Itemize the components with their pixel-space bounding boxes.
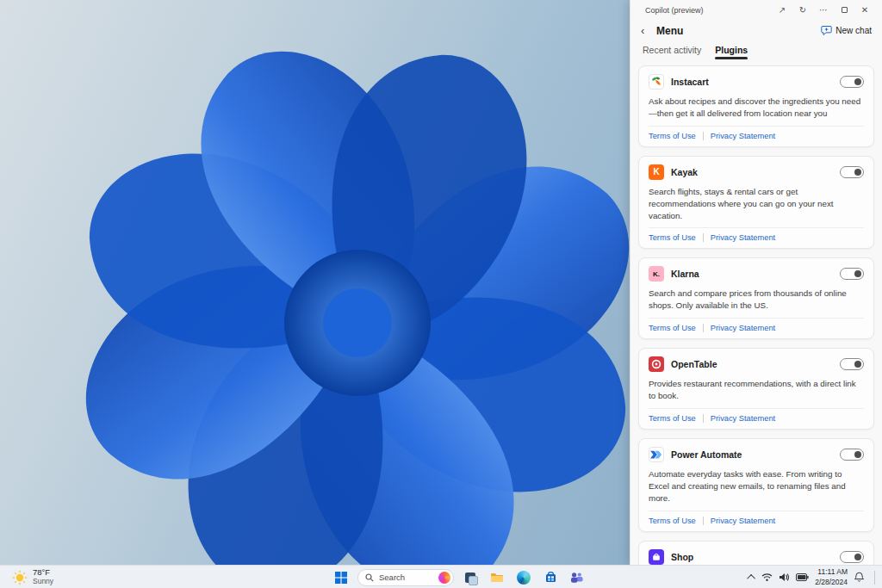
search-placeholder: Search <box>379 573 433 582</box>
shop-toggle[interactable] <box>840 551 864 563</box>
teams-button[interactable] <box>567 567 587 588</box>
link-divider <box>703 324 704 332</box>
volume-icon[interactable] <box>779 573 790 582</box>
card-header: K Kayak <box>649 164 864 180</box>
card-header: Power Automate <box>649 447 864 462</box>
clock[interactable]: 11:11 AM 2/28/2024 <box>815 567 848 586</box>
copilot-titlebar: Copilot (preview) ↗ ↻ ⋯ ✕ <box>630 0 882 20</box>
plugin-card-klarna: K. Klarna Search and compare prices from… <box>638 257 874 339</box>
terms-of-use-link[interactable]: Terms of Use <box>649 132 696 140</box>
desktop-wallpaper <box>0 0 630 565</box>
klarna-icon: K. <box>649 266 664 282</box>
titlebar-controls: ↗ ↻ ⋯ ✕ <box>772 2 875 19</box>
toggle-knob <box>854 78 861 85</box>
link-divider <box>703 414 704 423</box>
close-icon[interactable]: ✕ <box>854 2 875 19</box>
toggle-knob <box>854 554 861 560</box>
system-tray: 11:11 AM 2/28/2024 <box>749 566 879 588</box>
instacart-icon <box>649 74 664 90</box>
refresh-icon[interactable]: ↻ <box>792 2 813 19</box>
toggle-knob <box>854 451 861 458</box>
file-explorer-button[interactable] <box>487 567 507 588</box>
terms-of-use-link[interactable]: Terms of Use <box>649 414 696 423</box>
teams-icon <box>570 571 584 585</box>
bloom-artwork <box>0 0 630 565</box>
copilot-window-title: Copilot (preview) <box>645 6 704 15</box>
edge-button[interactable] <box>513 567 534 588</box>
new-chat-button[interactable]: New chat <box>821 25 872 36</box>
privacy-statement-link[interactable]: Privacy Statement <box>711 414 775 423</box>
copilot-panel: Copilot (preview) ↗ ↻ ⋯ ✕ ‹ Menu New cha… <box>630 0 882 565</box>
show-desktop-strip[interactable] <box>874 571 875 585</box>
opentable-icon <box>649 356 664 372</box>
terms-of-use-link[interactable]: Terms of Use <box>649 233 696 242</box>
tab-plugins[interactable]: Plugins <box>715 45 748 60</box>
toggle-knob <box>854 270 861 277</box>
plugin-name: OpenTable <box>671 359 717 369</box>
task-view-icon <box>465 573 475 583</box>
card-header: K. Klarna <box>649 266 864 282</box>
search-highlights-icon <box>438 572 450 584</box>
back-chevron-icon[interactable]: ‹ <box>641 24 656 37</box>
link-divider <box>703 517 704 525</box>
plugin-card-instacart: Instacart Ask about recipes and discover… <box>638 65 874 147</box>
card-header: Shop <box>649 549 864 565</box>
terms-of-use-link[interactable]: Terms of Use <box>649 517 696 525</box>
taskbar-search-box[interactable]: Search <box>357 569 454 586</box>
weather-widget[interactable]: 78°F Sunny <box>7 566 59 588</box>
plugin-links: Terms of Use Privacy Statement <box>649 318 864 332</box>
plugin-name: Power Automate <box>671 449 742 460</box>
battery-icon[interactable] <box>796 573 809 581</box>
menu-header: ‹ Menu New chat <box>630 20 882 41</box>
klarna-toggle[interactable] <box>840 268 864 280</box>
edge-icon <box>517 571 531 585</box>
toggle-knob <box>854 169 861 176</box>
microsoft-store-icon <box>544 571 557 584</box>
plugin-card-shop: Shop Search for millions of products fro… <box>638 541 874 565</box>
plugin-card-power-automate: Power Automate Automate everyday tasks w… <box>638 438 874 532</box>
opentable-toggle[interactable] <box>840 358 864 370</box>
privacy-statement-link[interactable]: Privacy Statement <box>711 233 775 242</box>
file-explorer-icon <box>490 571 504 585</box>
restore-window-icon[interactable] <box>834 2 854 19</box>
plugin-links: Terms of Use Privacy Statement <box>649 511 864 525</box>
notifications-bell-icon[interactable] <box>854 572 865 583</box>
plugin-description: Search and compare prices from thousands… <box>649 288 864 312</box>
plugin-links: Terms of Use Privacy Statement <box>649 126 864 140</box>
kayak-toggle[interactable] <box>840 166 864 178</box>
power-automate-toggle[interactable] <box>840 449 864 461</box>
plugin-description: Ask about recipes and discover the ingre… <box>649 96 864 120</box>
kayak-icon: K <box>649 164 664 180</box>
link-divider <box>703 233 704 242</box>
privacy-statement-link[interactable]: Privacy Statement <box>711 517 775 525</box>
windows-logo-icon <box>335 572 347 584</box>
terms-of-use-link[interactable]: Terms of Use <box>649 324 696 332</box>
start-button[interactable] <box>331 567 351 588</box>
wifi-icon[interactable] <box>761 573 773 582</box>
shop-icon <box>649 549 664 565</box>
weather-text: 78°F Sunny <box>33 568 53 586</box>
link-divider <box>703 132 704 140</box>
tray-overflow-chevron-icon[interactable] <box>747 574 755 583</box>
new-chat-label: New chat <box>835 26 872 35</box>
card-header: OpenTable <box>649 356 864 372</box>
privacy-statement-link[interactable]: Privacy Statement <box>711 324 775 332</box>
microsoft-store-button[interactable] <box>540 567 561 588</box>
plugin-name: Kayak <box>671 167 698 177</box>
privacy-statement-link[interactable]: Privacy Statement <box>711 132 775 140</box>
instacart-toggle[interactable] <box>840 76 864 88</box>
clock-time: 11:11 AM <box>817 567 848 576</box>
task-view-button[interactable] <box>460 567 481 588</box>
card-header: Instacart <box>649 74 864 90</box>
clock-date: 2/28/2024 <box>815 578 848 586</box>
menu-title: Menu <box>656 25 683 37</box>
search-icon <box>365 573 374 582</box>
plugin-card-kayak: K Kayak Search flights, stays & rental c… <box>638 156 874 250</box>
weather-condition: Sunny <box>33 578 53 586</box>
more-options-icon[interactable]: ⋯ <box>813 2 834 19</box>
plugin-list: Instacart Ask about recipes and discover… <box>630 60 882 565</box>
tab-recent-activity[interactable]: Recent activity <box>643 45 701 60</box>
open-in-window-icon[interactable]: ↗ <box>772 2 792 19</box>
plugin-description: Automate everyday tasks with ease. From … <box>649 468 864 504</box>
restore-glyph <box>842 7 848 13</box>
